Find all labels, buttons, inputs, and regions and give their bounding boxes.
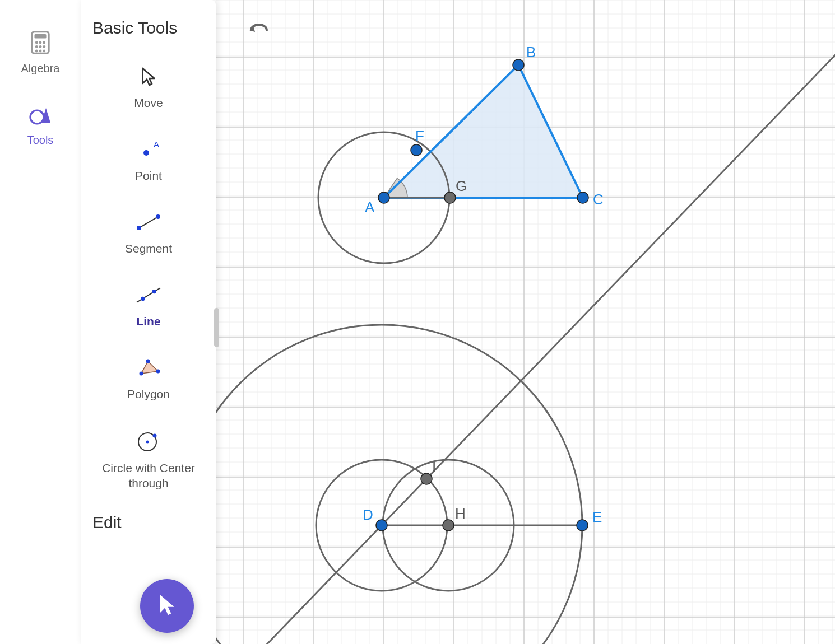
point-label-H: H (455, 505, 466, 522)
svg-point-8 (35, 50, 38, 53)
svg-point-139 (216, 325, 582, 644)
svg-point-21 (146, 359, 150, 363)
nav-label-algebra: Algebra (21, 62, 60, 75)
svg-point-3 (39, 41, 42, 44)
point-icon: A (136, 137, 161, 162)
svg-point-148 (577, 192, 588, 203)
svg-point-10 (43, 50, 45, 53)
tool-line[interactable]: Line (92, 272, 205, 338)
svg-point-15 (137, 226, 141, 230)
tool-label-move: Move (134, 96, 163, 110)
tools-panel: Basic Tools Move A Point (81, 0, 216, 644)
svg-line-14 (139, 217, 158, 228)
cursor-filled-icon (156, 592, 178, 619)
svg-point-151 (376, 520, 387, 531)
calculator-icon (30, 31, 51, 57)
tool-label-polygon: Polygon (127, 388, 170, 401)
geometry-svg: ABCFGDEHI (216, 0, 835, 644)
circle-icon (136, 428, 161, 454)
svg-point-5 (35, 45, 38, 48)
sidebar-nav: Algebra Tools (0, 0, 81, 644)
point-label-B: B (526, 44, 536, 60)
app-root: Algebra Tools Basic Tools Move (0, 0, 835, 644)
tool-label-segment: Segment (125, 242, 172, 255)
tool-circle[interactable]: Circle with Center through (92, 418, 205, 501)
svg-line-17 (137, 288, 160, 302)
svg-point-154 (421, 473, 432, 484)
tool-label-circle: Circle with Center through (92, 460, 205, 491)
scrollbar-thumb[interactable] (214, 308, 219, 347)
tools-icon (29, 106, 52, 128)
line-icon (136, 282, 161, 308)
tool-polygon[interactable]: Polygon (92, 345, 205, 411)
svg-point-4 (43, 41, 45, 44)
svg-point-9 (39, 50, 42, 53)
point-label-E: E (592, 508, 602, 525)
svg-point-149 (411, 144, 422, 156)
tools-heading: Basic Tools (92, 17, 205, 40)
point-label-A: A (365, 199, 375, 216)
tools-list: Move A Point (92, 54, 205, 533)
svg-text:A: A (154, 141, 159, 149)
svg-point-20 (140, 371, 143, 375)
svg-point-22 (156, 369, 160, 373)
tool-point[interactable]: A Point (92, 127, 205, 193)
svg-point-11 (30, 110, 44, 124)
svg-point-7 (43, 45, 45, 48)
point-label-D: D (363, 506, 373, 523)
svg-point-2 (35, 41, 38, 44)
nav-label-tools: Tools (27, 134, 54, 147)
svg-point-153 (443, 520, 454, 531)
svg-point-6 (39, 45, 42, 48)
tool-label-line: Line (136, 315, 160, 328)
point-label-F: F (415, 128, 424, 144)
svg-rect-1 (35, 34, 47, 39)
svg-point-18 (141, 296, 145, 300)
undo-button[interactable] (247, 22, 270, 40)
tool-move[interactable]: Move (92, 54, 205, 120)
point-label-I: I (432, 459, 436, 475)
svg-point-24 (146, 440, 149, 443)
point-label-C: C (593, 191, 604, 208)
svg-point-16 (156, 214, 160, 219)
segment-icon (136, 209, 161, 235)
svg-point-147 (513, 59, 524, 71)
polygon-icon (136, 355, 161, 381)
svg-point-150 (444, 192, 456, 203)
nav-item-tools[interactable]: Tools (27, 106, 54, 147)
svg-point-13 (143, 150, 149, 156)
svg-point-152 (577, 520, 588, 531)
fab-move[interactable] (140, 579, 194, 633)
cursor-icon (136, 64, 161, 90)
nav-item-algebra[interactable]: Algebra (21, 31, 60, 75)
tool-segment[interactable]: Segment (92, 199, 205, 265)
point-label-G: G (456, 178, 467, 194)
svg-point-146 (378, 192, 389, 203)
svg-point-25 (153, 433, 157, 437)
svg-point-19 (152, 289, 156, 293)
tool-label-point: Point (135, 169, 162, 183)
canvas[interactable]: ABCFGDEHI (216, 0, 835, 644)
section-edit: Edit (92, 513, 122, 532)
